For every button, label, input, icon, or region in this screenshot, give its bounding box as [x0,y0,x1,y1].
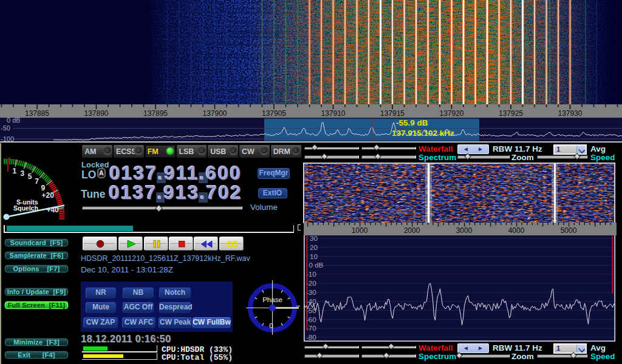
svg-text:137930: 137930 [558,109,582,118]
svg-text:-55.9 dB: -55.9 dB [396,118,428,127]
svg-text:5: 5 [28,172,32,181]
svg-text:-80: -80 [306,334,316,341]
svg-text:0 dB: 0 dB [7,118,21,124]
svg-text:1: 1 [13,167,17,175]
svg-text:4000: 4000 [508,226,524,235]
svg-text:5000: 5000 [560,226,576,235]
svg-text:-30: -30 [306,289,316,296]
svg-text:Phase: Phase [262,296,282,303]
svg-text:0 dB: 0 dB [309,261,323,269]
svg-text:137910: 137910 [321,109,345,118]
svg-text:137905: 137905 [262,109,286,118]
svg-text:137925: 137925 [499,109,523,118]
svg-text:137915: 137915 [380,109,405,118]
svg-text:30: 30 [310,235,318,242]
svg-text:-70: -70 [306,325,316,332]
svg-text:3: 3 [20,169,24,178]
svg-text:Squelch: Squelch [13,204,38,212]
svg-text:+20: +20 [42,191,55,200]
svg-text:20: 20 [310,244,318,251]
svg-text:-20: -20 [306,280,316,287]
svg-text:-40: -40 [306,298,316,305]
svg-text:3000: 3000 [456,226,472,235]
svg-text:137.915.102 kHz: 137.915.102 kHz [392,129,454,138]
svg-text:10: 10 [310,253,318,260]
svg-text:137895: 137895 [143,109,168,118]
svg-text:2000: 2000 [403,226,420,235]
svg-text:137920: 137920 [439,109,463,118]
svg-text:-60: -60 [306,316,316,323]
svg-text:-50: -50 [1,124,10,132]
svg-text:137890: 137890 [84,109,108,118]
svg-text:0: 0 [269,322,273,329]
svg-text:1000: 1000 [351,226,367,235]
svg-text:-10: -10 [306,271,316,278]
svg-text:7: 7 [35,177,39,186]
svg-text:137900: 137900 [202,109,227,118]
svg-text:137885: 137885 [25,109,49,118]
